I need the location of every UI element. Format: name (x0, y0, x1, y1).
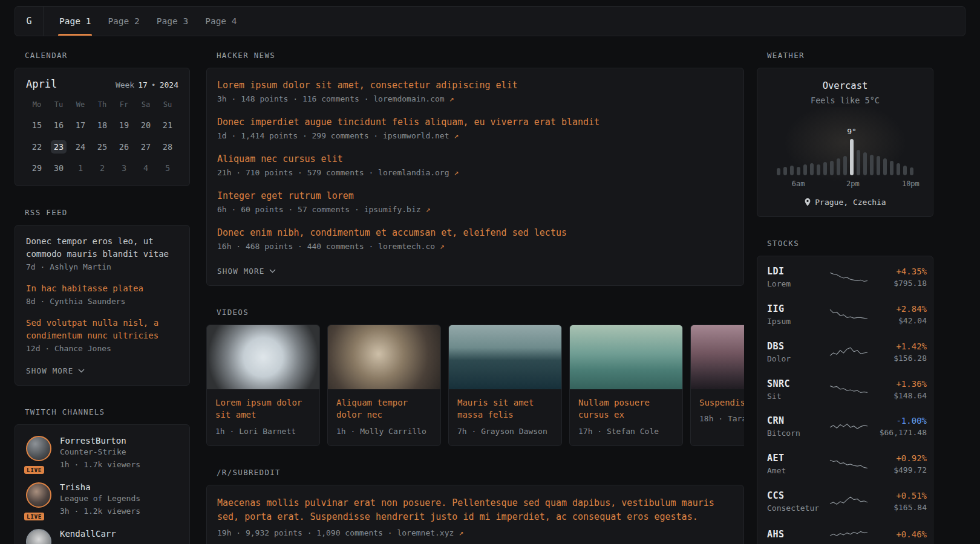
stock-identity: CCSConsectetur (767, 490, 829, 514)
weather-bar (817, 164, 820, 175)
rss-item: Sed volutpat nulla nisl, a condimentum n… (26, 317, 178, 355)
story-meta: 3h · 148 points · 116 comments · loremdo… (217, 94, 733, 103)
calendar-day: 20 (135, 118, 157, 132)
chevron-down-icon (269, 269, 276, 273)
stock-chart (829, 382, 869, 398)
channel-info: KendallCarr (60, 529, 116, 544)
channel-name[interactable]: Trisha (60, 482, 140, 492)
video-title[interactable]: Nullam posuere cursus ex (578, 397, 674, 421)
video-title[interactable]: Lorem ipsum dolor sit amet consectetu… (215, 397, 311, 421)
stocks-widget: LDILorem+4.35%$795.18IIGIpsum+2.84%$42.0… (757, 256, 933, 544)
weather-bar: 9° (850, 139, 854, 175)
channel-info: ForrestBurtonCounter-Strike1h · 1.7k vie… (60, 436, 140, 471)
stock-symbol: DBS (767, 341, 829, 352)
stock-identity: IIGIpsum (767, 303, 829, 328)
stock-sparkline (829, 494, 869, 510)
hacker-news-widget: Lorem ipsum dolor sit amet, consectetur … (206, 68, 744, 286)
rss-item-title[interactable]: Donec tempor eros leo, ut commodo mauris… (26, 235, 178, 261)
stock-price: $66,171.48 (869, 427, 927, 439)
video-card: Mauris sit amet massa felis7h · Grayson … (448, 325, 562, 446)
video-thumbnail[interactable] (449, 325, 561, 389)
stocks-section: STOCKS LDILorem+4.35%$795.18IIGIpsum+2.8… (757, 239, 933, 544)
story: Aliquam nec cursus elit21h · 710 points … (217, 153, 733, 177)
rss-item-title[interactable]: In hac habitasse platea (26, 282, 178, 295)
story-domain-link[interactable]: ipsumify.biz (364, 205, 426, 214)
calendar-day: 26 (113, 140, 135, 154)
story-title[interactable]: Integer eget rutrum lorem (217, 190, 733, 202)
story-domain-link[interactable]: loremdomain.com (373, 94, 449, 103)
stock-change: +0.46% (869, 529, 927, 539)
stock-change: +1.36% (869, 379, 927, 389)
calendar-day-header: Mo (26, 99, 48, 111)
show-more-button[interactable]: SHOW MORE (26, 366, 85, 375)
subreddit-widget: Maecenas mollis pulvinar erat non posuer… (206, 485, 744, 544)
video-thumbnail[interactable] (328, 325, 440, 389)
channel-name[interactable]: ForrestBurton (60, 436, 140, 445)
hacker-news-section: HACKER NEWS Lorem ipsum dolor sit amet, … (206, 51, 744, 286)
stock-symbol: CCS (767, 490, 829, 501)
tab-page-1[interactable]: Page 1 (58, 7, 92, 36)
twitch-channel[interactable]: LIVEForrestBurtonCounter-Strike1h · 1.7k… (26, 436, 178, 471)
weather-bar (810, 163, 814, 175)
stock-name: Consectetur (767, 503, 829, 514)
twitch-channel[interactable]: LIVETrishaLeague of Legends3h · 1.2k vie… (26, 482, 178, 517)
section-label-weather: WEATHER (767, 51, 933, 60)
weather-widget: Overcast Feels like 5°C 9° 6am2pm10pm Pr… (757, 68, 933, 217)
stock-values: +0.92%$499.72 (869, 453, 927, 476)
video-title[interactable]: Mauris sit amet massa felis (457, 397, 553, 421)
calendar-day: 5 (157, 161, 178, 175)
video-thumbnail[interactable] (207, 325, 319, 389)
show-more-button[interactable]: SHOW MORE (217, 267, 276, 276)
external-link-icon: ↗ (459, 528, 463, 537)
video-title[interactable]: Suspendisse diam (699, 397, 744, 409)
calendar-day-header: Th (91, 99, 113, 111)
channel-name[interactable]: KendallCarr (60, 529, 116, 539)
post-meta: 19h · 9,932 points · 1,090 comments · lo… (217, 528, 733, 537)
external-link-icon: ↗ (454, 168, 459, 177)
calendar-grid: MoTuWeThFrSaSu15161718192021222324252627… (26, 99, 178, 175)
stock-chart (829, 419, 869, 435)
stock-symbol: LDI (767, 266, 829, 277)
story-meta: 16h · 468 points · 440 comments · loremt… (217, 242, 733, 251)
post-title[interactable]: Maecenas mollis pulvinar erat non posuer… (217, 496, 733, 525)
video-card: Aliquam tempor dolor nec pharetra…1h · M… (327, 325, 441, 446)
tab-page-4[interactable]: Page 4 (204, 7, 238, 36)
stock-row: AETAmet+0.92%$499.72 (767, 446, 923, 484)
story-domain-link[interactable]: loremlandia.org (378, 168, 454, 177)
story-title[interactable]: Donec imperdiet augue tincidunt felis al… (217, 116, 733, 129)
stock-name: Amet (767, 465, 829, 477)
stock-name: Lorem (767, 279, 829, 290)
video-title[interactable]: Aliquam tempor dolor nec pharetra… (336, 397, 432, 421)
story-title[interactable]: Lorem ipsum dolor sit amet, consectetur … (217, 79, 733, 92)
stock-values: +1.36%$148.64 (869, 379, 927, 402)
story: Lorem ipsum dolor sit amet, consectetur … (217, 79, 733, 103)
video-meta: 17h · Stefan Cole (578, 426, 674, 438)
calendar-day: 16 (48, 118, 70, 132)
calendar-day-header: Fr (113, 99, 135, 111)
calendar-day: 24 (70, 140, 91, 154)
calendar-day: 1 (70, 161, 91, 175)
video-thumbnail[interactable] (570, 325, 682, 389)
rss-section: RSS FEED Donec tempor eros leo, ut commo… (15, 208, 190, 386)
tab-page-3[interactable]: Page 3 (155, 7, 189, 36)
rss-item-meta: 8d · Cynthia Saunders (26, 296, 178, 308)
chevron-down-icon (78, 369, 85, 373)
video-body: Mauris sit amet massa felis7h · Grayson … (449, 389, 561, 445)
stock-identity: CRNBitcorn (767, 415, 829, 439)
story-domain-link[interactable]: loremtech.co (378, 242, 440, 251)
calendar-year: 2024 (160, 80, 178, 89)
stock-change: +4.35% (869, 267, 927, 276)
weather-bar (897, 163, 900, 175)
calendar-day: 21 (157, 118, 178, 132)
post-domain-link[interactable]: loremnet.xyz (397, 528, 459, 537)
twitch-widget: LIVEForrestBurtonCounter-Strike1h · 1.7k… (15, 424, 190, 544)
rss-item-title[interactable]: Sed volutpat nulla nisl, a condimentum n… (26, 317, 178, 342)
app-logo[interactable]: G (15, 7, 44, 36)
video-thumbnail[interactable] (691, 325, 744, 389)
story-title[interactable]: Donec enim nibh, condimentum et accumsan… (217, 227, 733, 239)
tab-page-2[interactable]: Page 2 (106, 7, 140, 36)
story-title[interactable]: Aliquam nec cursus elit (217, 153, 733, 166)
twitch-channel[interactable]: KendallCarr (26, 529, 178, 544)
stocks-list: LDILorem+4.35%$795.18IIGIpsum+2.84%$42.0… (767, 259, 923, 544)
story-domain-link[interactable]: ipsumworld.net (383, 131, 454, 140)
